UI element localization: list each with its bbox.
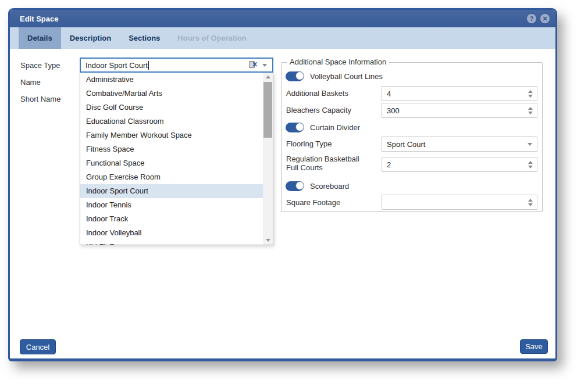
flooring-type-label: Flooring Type [286, 139, 332, 148]
regulation-basketball-full-courts-input[interactable] [382, 157, 537, 172]
scoreboard-row: Scoreboard [286, 181, 349, 191]
dropdown-item[interactable]: Indoor Volleyball [80, 226, 263, 240]
spinner-up-icon [528, 90, 533, 93]
flooring-type-select[interactable]: Sport Court [382, 137, 537, 152]
square-footage-input[interactable] [382, 195, 537, 210]
group-legend: Additional Space Information [287, 58, 389, 66]
save-button[interactable]: Save [520, 339, 548, 354]
toggle-knob [295, 181, 304, 190]
scrollbar-thumb[interactable] [263, 82, 272, 138]
regulation-basketball-full-courts-value[interactable] [382, 157, 524, 171]
chevron-down-icon [266, 239, 270, 242]
toggle-knob [295, 71, 304, 80]
dropdown-item[interactable]: Group Exercise Room [80, 170, 263, 184]
spinner-down-icon [528, 112, 533, 114]
close-icon[interactable]: ✕ [540, 14, 550, 23]
tab-hours-of-operation: Hours of Operation [169, 27, 255, 49]
curtain-divider-toggle[interactable] [286, 123, 304, 132]
chevron-down-icon [528, 143, 532, 146]
details-tab-content: Space Type Name Short Name Indoor Sport … [10, 49, 555, 358]
dropdown-item[interactable]: Indoor Track [80, 212, 263, 226]
volleyball-court-lines-toggle[interactable] [286, 71, 304, 81]
additional-baskets-label: Additional Baskets [286, 89, 348, 98]
short-name-label: Short Name [20, 95, 60, 103]
combobox-controls: ✕ [249, 59, 270, 71]
spinner-down-icon [528, 166, 533, 168]
spinner-buttons[interactable] [524, 195, 537, 209]
toggle-label: Scoreboard [310, 182, 349, 191]
help-icon[interactable]: ? [527, 14, 536, 23]
additional-space-information-group: Additional Space Information Volleyball … [281, 62, 543, 212]
additional-baskets-input[interactable] [382, 86, 537, 101]
spinner-down-icon [528, 203, 533, 206]
spinner-down-icon [528, 95, 533, 98]
cancel-button[interactable]: Cancel [20, 339, 56, 354]
toggle-label: Curtain Divider [310, 123, 360, 132]
dialog-titlebar: Edit Space ? ✕ [10, 10, 555, 27]
dropdown-scrollbar[interactable] [263, 73, 273, 245]
scoreboard-toggle[interactable] [286, 181, 304, 191]
dropdown-item[interactable]: Disc Golf Course [80, 101, 263, 114]
bleachers-capacity-input[interactable] [382, 103, 537, 118]
dropdown-item[interactable]: Family Member Workout Space [80, 128, 263, 142]
toggle-knob [295, 123, 304, 131]
spinner-buttons[interactable] [524, 87, 537, 101]
space-type-value: Indoor Sport Court [85, 61, 148, 70]
bleachers-capacity-label: Bleachers Capacity [286, 106, 351, 114]
square-footage-value[interactable] [382, 195, 524, 209]
chevron-down-icon [262, 64, 267, 67]
space-type-label: Space Type [20, 61, 60, 70]
dropdown-item[interactable]: Educational Classroom [80, 114, 263, 128]
spinner-buttons[interactable] [524, 157, 537, 171]
spinner-up-icon [528, 107, 533, 110]
tab-bar: Details Description Sections Hours of Op… [10, 27, 555, 49]
space-type-dropdown-list: Administrative Combative/Martial Arts Di… [80, 72, 273, 245]
combobox-dropdown-arrow[interactable] [259, 59, 270, 71]
flooring-type-value: Sport Court [382, 140, 523, 149]
volleyball-court-lines-row: Volleyball Court Lines [286, 71, 383, 81]
bleachers-capacity-value[interactable] [382, 103, 524, 117]
tab-sections[interactable]: Sections [120, 27, 169, 49]
space-type-combobox[interactable]: Indoor Sport Court ✕ [80, 58, 273, 73]
dropdown-item[interactable]: Functional Space [80, 156, 263, 170]
dropdown-item-highlighted[interactable]: Indoor Sport Court [80, 184, 263, 198]
scroll-up-button[interactable] [263, 73, 273, 81]
curtain-divider-row: Curtain Divider [286, 123, 360, 132]
tab-description[interactable]: Description [61, 27, 120, 49]
toggle-label: Volleyball Court Lines [310, 72, 383, 81]
spinner-buttons[interactable] [524, 103, 537, 117]
edit-space-dialog: Edit Space ? ✕ Details Description Secti… [8, 8, 557, 361]
regulation-basketball-full-courts-label: Regulation Basketball Full Courts [286, 155, 373, 172]
dropdown-item[interactable]: Kid Fit Zone [80, 240, 263, 245]
dropdown-item[interactable]: Fitness Space [80, 142, 263, 156]
spinner-up-icon [528, 161, 533, 164]
additional-baskets-value[interactable] [382, 87, 524, 101]
clear-field-icon[interactable]: ✕ [249, 60, 259, 70]
dropdown-item[interactable]: Administrative [80, 73, 263, 87]
scroll-down-button[interactable] [263, 236, 273, 245]
dialog-title: Edit Space [20, 15, 58, 23]
chevron-up-icon [266, 76, 270, 78]
spinner-up-icon [528, 199, 533, 202]
dropdown-item[interactable]: Combative/Martial Arts [80, 87, 263, 101]
tab-details[interactable]: Details [19, 27, 61, 49]
text-caret [148, 61, 149, 70]
name-label: Name [20, 78, 41, 87]
select-dropdown-arrow[interactable] [523, 143, 537, 146]
clear-icon-x: ✕ [252, 60, 258, 69]
dropdown-item[interactable]: Indoor Tennis [80, 198, 263, 212]
square-footage-label: Square Footage [286, 198, 340, 207]
